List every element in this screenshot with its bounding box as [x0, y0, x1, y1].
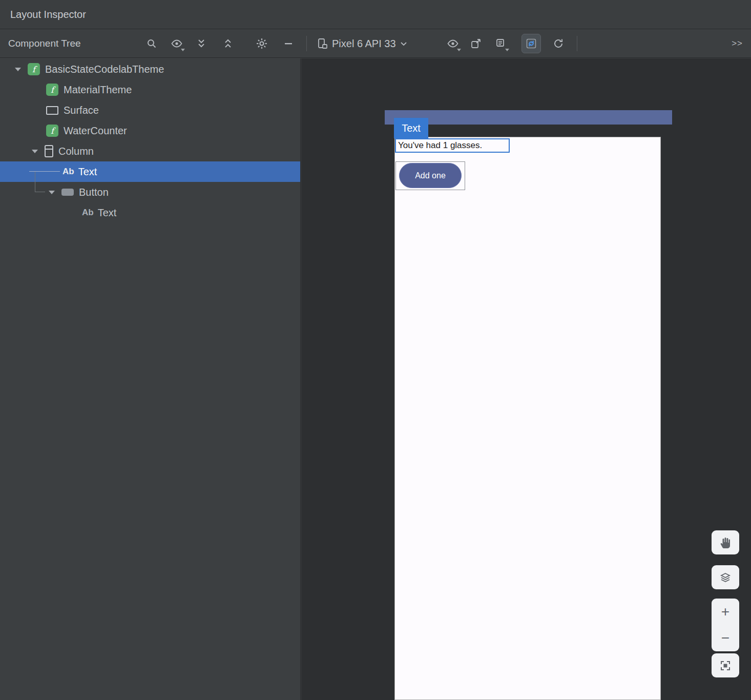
- search-icon: [146, 38, 157, 49]
- tree-item-label: MaterialTheme: [64, 84, 132, 96]
- toolbar: Component Tree Pixel 6 API 33: [0, 30, 751, 58]
- live-updates-toggle[interactable]: [521, 34, 541, 53]
- expand-all-button[interactable]: [192, 34, 211, 53]
- gear-icon: [256, 38, 267, 49]
- rotation-mode-button[interactable]: [712, 565, 739, 589]
- eye-icon: [447, 39, 458, 48]
- selection-badge: Text: [394, 118, 428, 138]
- rendering-options-button[interactable]: [443, 34, 463, 53]
- expand-all-icon: [196, 38, 206, 49]
- pan-button[interactable]: [712, 530, 739, 554]
- chevron-down-icon[interactable]: [46, 187, 57, 198]
- tree-item-label: Text: [98, 207, 117, 219]
- snapshot-icon: [495, 38, 507, 49]
- composable-icon: f: [46, 125, 58, 137]
- view-options-button[interactable]: [167, 34, 186, 53]
- collapse-all-button[interactable]: [218, 34, 238, 53]
- column-icon: [45, 145, 53, 157]
- tree-item-text-selected[interactable]: Ab Text: [0, 161, 300, 182]
- add-one-button[interactable]: Add one: [399, 163, 462, 188]
- device-icon: [317, 38, 328, 49]
- tree-item-label: BasicStateCodelabTheme: [45, 64, 164, 75]
- device-selector-label: Pixel 6 API 33: [332, 38, 396, 50]
- tree-item-label: Text: [78, 166, 97, 178]
- search-button[interactable]: [142, 34, 161, 53]
- settings-button[interactable]: [252, 34, 272, 53]
- component-tree-panel: f BasicStateCodelabTheme f MaterialTheme…: [0, 58, 301, 700]
- export-screenshot-button[interactable]: [466, 34, 486, 53]
- toolbar-overflow-button[interactable]: >>: [728, 36, 746, 51]
- selected-text-bounds: You've had 1 glasses.: [395, 138, 510, 153]
- toolbar-separator: [306, 36, 307, 51]
- tree-item-basicstatecodelabtheme[interactable]: f BasicStateCodelabTheme: [0, 59, 300, 79]
- device-selector[interactable]: Pixel 6 API 33: [314, 33, 410, 54]
- tree-item-label: Surface: [64, 105, 99, 116]
- tree-item-label: Button: [79, 187, 109, 198]
- device-render-canvas[interactable]: Text You've had 1 glasses. Add one + −: [301, 58, 751, 700]
- text-node-icon: Ab: [62, 167, 74, 177]
- pan-hand-icon: [719, 537, 732, 549]
- tree-item-surface[interactable]: Surface: [0, 100, 300, 120]
- dropdown-arrow-icon: [181, 49, 185, 51]
- live-updates-icon: [526, 38, 537, 49]
- dropdown-arrow-icon: [457, 49, 461, 51]
- chevron-down-icon[interactable]: [29, 146, 40, 157]
- composable-icon: f: [28, 63, 40, 75]
- composable-icon: f: [46, 84, 58, 96]
- layers-3d-icon: [719, 571, 732, 584]
- surface-icon: [46, 106, 58, 115]
- tree-item-materialtheme[interactable]: f MaterialTheme: [0, 79, 300, 100]
- export-snapshot-button[interactable]: [491, 34, 511, 53]
- minus-icon: [283, 38, 294, 49]
- screenshot-export-icon: [470, 38, 482, 49]
- eye-icon: [171, 39, 182, 48]
- zoom-out-button[interactable]: −: [712, 625, 739, 652]
- window-titlebar: Layout Inspector: [0, 0, 751, 29]
- toolbar-separator: [577, 36, 577, 51]
- tree-item-button[interactable]: Button: [0, 182, 300, 202]
- zoom-fit-button[interactable]: [712, 653, 739, 677]
- dropdown-arrow-icon: [505, 49, 509, 51]
- component-tree-title: Component Tree: [8, 38, 81, 49]
- text-node-icon: Ab: [82, 208, 94, 218]
- tree-item-label: Column: [58, 146, 94, 157]
- button-node-icon: [61, 189, 74, 196]
- zoom-fit-icon: [720, 661, 731, 671]
- refresh-button[interactable]: [549, 34, 568, 53]
- device-app-surface: [394, 137, 661, 700]
- chevron-down-icon[interactable]: [12, 64, 24, 75]
- window-title: Layout Inspector: [10, 9, 86, 20]
- tree-item-watercounter[interactable]: f WaterCounter: [0, 120, 300, 141]
- hide-panel-button[interactable]: [279, 34, 298, 53]
- layout-inspector-window: Layout Inspector Component Tree Pixel 6 …: [0, 0, 751, 700]
- refresh-icon: [553, 38, 564, 49]
- tree-item-column[interactable]: Column: [0, 141, 300, 161]
- collapse-all-icon: [223, 38, 233, 49]
- chevron-down-icon: [400, 42, 407, 46]
- zoom-in-button[interactable]: +: [712, 599, 739, 625]
- tree-item-text-child[interactable]: Ab Text: [0, 202, 300, 223]
- zoom-controls: + −: [712, 599, 739, 651]
- tree-item-label: WaterCounter: [64, 125, 127, 137]
